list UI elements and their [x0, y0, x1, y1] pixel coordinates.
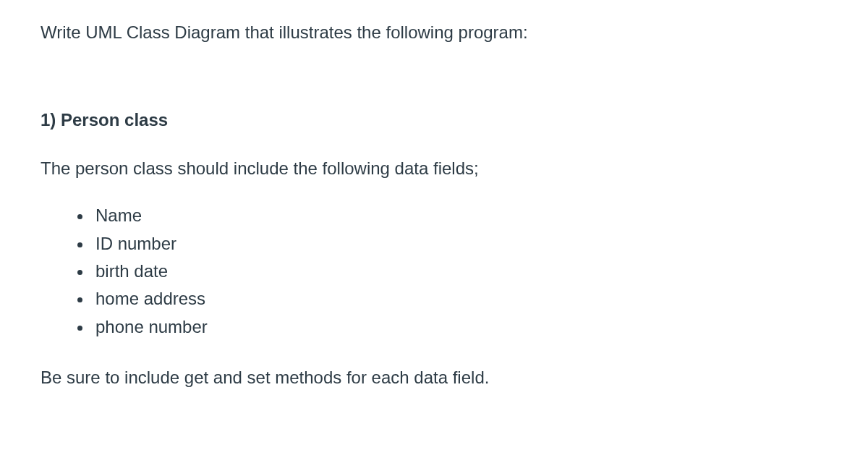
section-description: The person class should include the foll…: [41, 156, 827, 181]
intro-text: Write UML Class Diagram that illustrates…: [41, 20, 827, 45]
list-item: ID number: [93, 230, 827, 258]
list-item: phone number: [93, 313, 827, 341]
list-item: home address: [93, 285, 827, 313]
section-note: Be sure to include get and set methods f…: [41, 365, 827, 390]
list-item: birth date: [93, 258, 827, 285]
section-heading: 1) Person class: [41, 110, 827, 130]
field-list: Name ID number birth date home address p…: [41, 202, 827, 341]
list-item: Name: [93, 202, 827, 229]
